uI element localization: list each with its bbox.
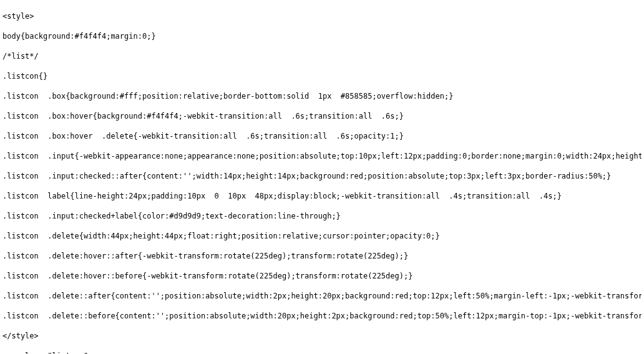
code-block: <style> body{background:#f4f4f4;margin:0… [2,2,642,354]
code-line: </style> [2,330,642,342]
code-line: .listcon .delete:hover::before{-webkit-t… [2,270,642,282]
code-line: .listcon label{line-height:24px;padding:… [2,190,642,202]
code-line: body{background:#f4f4f4;margin:0;} [2,30,642,42]
code-line: .listcon .box:hover{background:#f4f4f4;-… [2,110,642,122]
code-line: <style> [2,10,642,22]
code-line: .listcon .input{-webkit-appearance:none;… [2,150,642,162]
code-line: .listcon .delete{width:44px;height:44px;… [2,230,642,242]
code-line: .listcon .input:checked+label{color:#d9d… [2,210,642,222]
code-line: .listcon .input:checked::after{content:'… [2,170,642,182]
code-line: <p class="listcon"> [2,350,642,354]
code-line: .listcon{} [2,70,642,82]
code-line: .listcon .delete:hover::after{-webkit-tr… [2,250,642,262]
code-line: .listcon .box:hover .delete{-webkit-tran… [2,130,642,142]
code-line: .listcon .delete::before{content:'';posi… [2,310,642,322]
code-line: .listcon .delete::after{content:'';posit… [2,290,642,302]
code-line: /*list*/ [2,50,642,62]
code-line: .listcon .box{background:#fff;position:r… [2,90,642,102]
